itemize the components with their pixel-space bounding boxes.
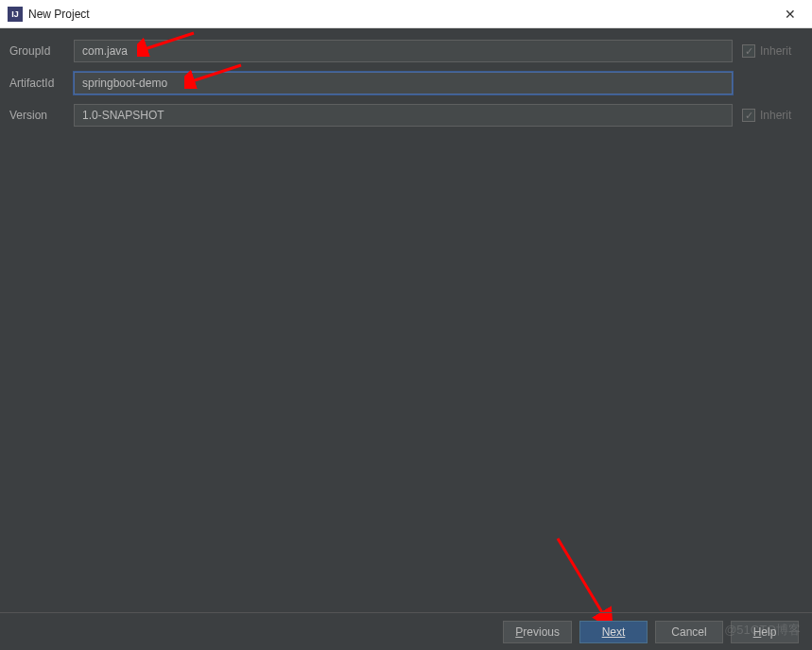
artifactid-label: ArtifactId <box>9 77 64 90</box>
artifactid-input[interactable] <box>74 72 733 94</box>
cancel-button[interactable]: Cancel <box>655 621 723 643</box>
previous-button[interactable]: Previous <box>503 621 572 643</box>
groupid-input[interactable] <box>74 40 733 62</box>
version-label: Version <box>9 109 64 122</box>
groupid-inherit-label: Inherit <box>760 44 791 58</box>
groupid-row: GroupId Inherit <box>9 40 803 62</box>
version-row: Version Inherit <box>9 104 803 127</box>
close-icon[interactable]: ✕ <box>776 0 804 28</box>
app-icon: IJ <box>8 7 23 22</box>
window-title: New Project <box>28 8 776 21</box>
groupid-label: GroupId <box>9 44 64 58</box>
groupid-inherit-checkbox <box>742 44 755 58</box>
artifactid-row: ArtifactId <box>9 72 803 94</box>
next-button[interactable]: Next <box>579 621 648 643</box>
form-content: GroupId Inherit ArtifactId Version Inher… <box>0 28 812 147</box>
titlebar: IJ New Project ✕ <box>0 0 812 28</box>
version-input[interactable] <box>74 104 733 127</box>
button-bar: Previous Next Cancel Help <box>0 612 812 650</box>
version-inherit-label: Inherit <box>760 109 791 122</box>
svg-line-5 <box>558 539 603 614</box>
version-inherit: Inherit <box>742 109 803 122</box>
version-inherit-checkbox <box>742 109 755 122</box>
groupid-inherit: Inherit <box>742 44 803 58</box>
help-button[interactable]: Help <box>731 621 799 643</box>
